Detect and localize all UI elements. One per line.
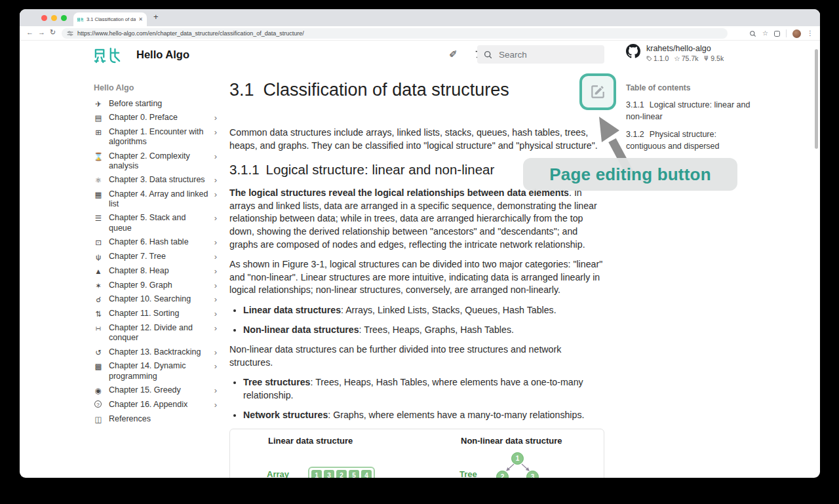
chevron-right-icon[interactable]: ›	[214, 175, 217, 185]
paragraph-logical: The logical structures reveal the logica…	[229, 187, 604, 251]
sidebar-title: Hello Algo	[94, 83, 217, 92]
tab-strip: 3.1 Classification of data stru ✕ +	[20, 9, 820, 26]
page-scrollbar-thumb[interactable]	[815, 49, 818, 149]
tree-icon: ψ	[94, 252, 103, 262]
sidebar-item-chapter-0[interactable]: ▤ Chapter 0. Preface ›	[94, 113, 217, 123]
tab-search-icon[interactable]	[774, 31, 780, 37]
figure-left-title: Linear data structure	[268, 436, 353, 446]
github-repo-link[interactable]: krahets/hello-algo 1.1.0 ☆75.7k ⋔9.5k	[626, 44, 724, 62]
minimize-window-button[interactable]	[51, 15, 57, 21]
sidebar-item-before-starting[interactable]: ✈ Before starting	[94, 99, 217, 109]
toolbar-separator	[786, 29, 787, 37]
chevron-right-icon[interactable]: ›	[214, 400, 217, 410]
sidebar-item-chapter-11[interactable]: ⇅ Chapter 11. Sorting ›	[94, 309, 217, 319]
greedy-icon: ◉	[94, 385, 103, 395]
browser-menu-icon[interactable]: ⋮	[807, 28, 813, 39]
heap-icon: ▲	[94, 266, 103, 276]
forward-icon[interactable]: →	[38, 28, 45, 36]
list-item: Tree structures: Trees, Heaps, Hash Tabl…	[243, 376, 604, 402]
dp-grid-icon: ▩	[94, 361, 103, 371]
repo-name: krahets/hello-algo	[646, 44, 724, 53]
theme-toggle-icon[interactable]: ✐	[449, 48, 458, 60]
sidebar-item-chapter-13[interactable]: ↺ Chapter 13. Backtracking ›	[94, 347, 217, 358]
search-box[interactable]	[477, 45, 604, 64]
sidebar-item-chapter-2[interactable]: ⌛ Chapter 2. Complexity analysis ›	[94, 151, 217, 172]
table-of-contents: Table of contents 3.1.1Logical structure…	[626, 83, 751, 159]
sidebar-item-chapter-3[interactable]: ⚛ Chapter 3. Data structures ›	[94, 175, 217, 185]
chevron-right-icon[interactable]: ›	[214, 361, 217, 372]
fullscreen-window-button[interactable]	[61, 15, 67, 21]
back-icon[interactable]: ←	[26, 28, 33, 36]
browser-window: 3.1 Classification of data stru ✕ + ← → …	[20, 9, 820, 478]
sidebar-item-chapter-7[interactable]: ψ Chapter 7. Tree ›	[94, 252, 217, 262]
sidebar-item-references[interactable]: ◫ References	[94, 414, 217, 424]
chevron-right-icon[interactable]: ›	[214, 281, 217, 291]
bookmark-star-icon[interactable]: ☆	[762, 28, 768, 39]
address-bar[interactable]: https://www.hello-algo.com/en/chapter_da…	[62, 28, 728, 39]
chevron-right-icon[interactable]: ›	[214, 252, 217, 262]
chevron-right-icon[interactable]: ›	[214, 189, 217, 200]
search-list-icon: ☌	[94, 294, 103, 304]
close-window-button[interactable]	[41, 15, 47, 21]
toc-item-312[interactable]: 3.1.2Physical structure: contiguous and …	[626, 129, 751, 152]
profile-avatar[interactable]	[792, 29, 801, 38]
book-icon: ▤	[94, 113, 103, 123]
page-edit-button[interactable]	[579, 73, 616, 110]
chevron-right-icon[interactable]: ›	[214, 237, 217, 248]
tree-node: 3	[526, 471, 539, 478]
sidebar-item-chapter-9[interactable]: ✶ Chapter 9. Graph ›	[94, 281, 217, 291]
sidebar-item-chapter-1[interactable]: ⊞ Chapter 1. Encounter with algorithms ›	[94, 127, 217, 147]
table-icon: ▦	[94, 189, 103, 199]
chevron-right-icon[interactable]: ›	[214, 113, 217, 123]
bullet-list-nonlinear: Tree structures: Trees, Heaps, Hash Tabl…	[229, 376, 604, 421]
search-icon	[484, 50, 492, 59]
chevron-right-icon[interactable]: ›	[214, 385, 217, 396]
site-title[interactable]: Hello Algo	[136, 48, 189, 61]
molecule-icon: ⚛	[94, 175, 103, 185]
repo-meta: 1.1.0 ☆75.7k ⋔9.5k	[646, 54, 724, 62]
sidebar-item-chapter-12[interactable]: ∺ Chapter 12. Divide and conquer ›	[94, 323, 217, 343]
chevron-right-icon[interactable]: ›	[214, 127, 217, 138]
sidebar-item-chapter-5[interactable]: ☰ Chapter 5. Stack and queue ›	[94, 213, 217, 233]
main-content: 3.1Classification of data structures Com…	[229, 69, 604, 478]
chevron-right-icon[interactable]: ›	[214, 213, 217, 223]
hello-algo-logo[interactable]	[94, 47, 121, 64]
sidebar-item-chapter-8[interactable]: ▲ Chapter 8. Heap ›	[94, 266, 217, 277]
backtrack-icon: ↺	[94, 347, 103, 357]
chevron-right-icon[interactable]: ›	[214, 151, 217, 162]
browser-tab[interactable]: 3.1 Classification of data stru ✕	[73, 12, 147, 26]
tree-node: 2	[496, 471, 509, 478]
chevron-right-icon[interactable]: ›	[214, 347, 217, 358]
edit-pencil-icon	[589, 83, 606, 100]
array-diagram: 1 3 2 5 4	[308, 467, 375, 478]
sidebar-item-chapter-6[interactable]: ⊡ Chapter 6. Hash table ›	[94, 237, 217, 248]
paragraph-figure-ref: As shown in Figure 3-1, logical structur…	[229, 258, 604, 297]
hash-table-icon: ⊡	[94, 237, 103, 247]
sidebar-item-chapter-14[interactable]: ▩ Chapter 14. Dynamic programming ›	[94, 361, 217, 381]
new-tab-button[interactable]: +	[153, 12, 159, 22]
search-input[interactable]	[498, 49, 589, 60]
browser-toolbar: ← → ↻ https://www.hello-algo.com/en/chap…	[20, 26, 820, 41]
chevron-right-icon[interactable]: ›	[214, 309, 217, 319]
tab-close-icon[interactable]: ✕	[138, 16, 143, 22]
sidebar-item-chapter-10[interactable]: ☌ Chapter 10. Searching ›	[94, 294, 217, 305]
tune-icon[interactable]	[67, 30, 73, 37]
repo-version: 1.1.0	[654, 54, 669, 62]
sidebar-item-chapter-15[interactable]: ◉ Chapter 15. Greedy ›	[94, 385, 217, 396]
chevron-right-icon[interactable]: ›	[214, 294, 217, 305]
list-item: Non-linear data structures: Trees, Heaps…	[243, 324, 604, 337]
chevron-right-icon[interactable]: ›	[214, 266, 217, 277]
window-controls	[41, 15, 67, 21]
sidebar-item-chapter-16[interactable]: ? Chapter 16. Appendix ›	[94, 400, 217, 410]
paragraph-intro: Common data structures include arrays, l…	[229, 126, 604, 152]
toc-item-311[interactable]: 3.1.1Logical structure: linear and non-l…	[626, 100, 751, 123]
sidebar-item-chapter-4[interactable]: ▦ Chapter 4. Array and linked list ›	[94, 189, 217, 210]
zoom-lens-icon[interactable]	[749, 30, 756, 37]
reload-icon[interactable]: ↻	[50, 28, 56, 37]
list-item: Network structures: Graphs, where elemen…	[243, 409, 604, 422]
tree-node: 1	[511, 452, 524, 465]
chevron-right-icon[interactable]: ›	[214, 323, 217, 334]
question-icon: ?	[94, 400, 102, 408]
array-cell: 5	[349, 470, 359, 478]
divide-icon: ∺	[94, 323, 103, 333]
